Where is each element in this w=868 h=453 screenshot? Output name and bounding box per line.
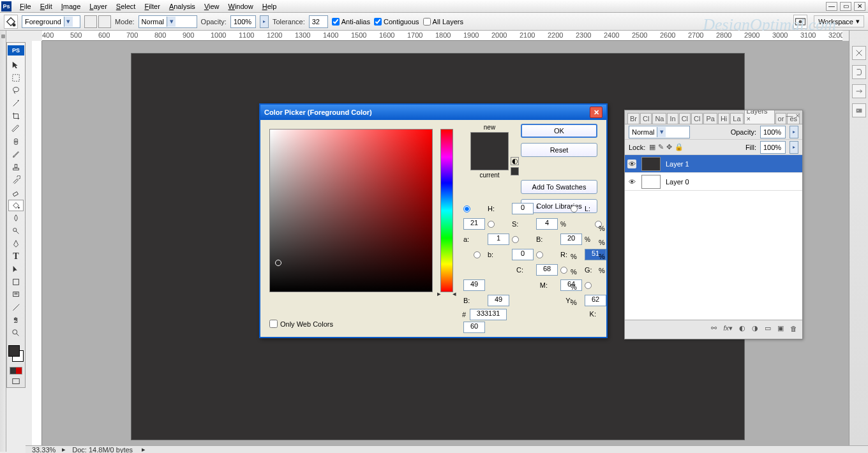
- menu-edit[interactable]: Edit: [36, 1, 57, 11]
- notes-tool[interactable]: [8, 289, 24, 301]
- fill-dropdown[interactable]: Foreground ▾: [22, 15, 80, 28]
- visibility-icon[interactable]: 👁: [627, 177, 636, 186]
- blend-mode-dropdown[interactable]: Normal▾: [629, 126, 690, 138]
- hex-field[interactable]: 333131: [470, 309, 507, 320]
- vertical-ruler[interactable]: [32, 41, 42, 445]
- menu-filter[interactable]: Filter: [140, 1, 164, 11]
- menu-help[interactable]: Help: [258, 1, 281, 11]
- horizontal-ruler[interactable]: 4005006007008009001000110012001300140015…: [42, 31, 842, 41]
- lock-all-icon[interactable]: 🔒: [675, 143, 684, 151]
- slice-tool[interactable]: [8, 123, 24, 135]
- web-colors-checkbox[interactable]: Only Web Colors: [269, 320, 333, 328]
- eraser-tool[interactable]: [8, 187, 24, 198]
- zoom-level[interactable]: 33.33%: [32, 446, 56, 454]
- s-radio[interactable]: [488, 221, 495, 228]
- eyedropper-tool[interactable]: [8, 302, 24, 313]
- new-layer-icon[interactable]: ▣: [777, 324, 784, 332]
- current-color-swatch[interactable]: [471, 151, 508, 170]
- panel-tab[interactable]: Cl: [679, 113, 691, 124]
- lasso-tool[interactable]: [8, 85, 24, 96]
- s-field[interactable]: 4: [536, 218, 558, 230]
- opacity-field[interactable]: 100%: [230, 15, 256, 28]
- panel-close[interactable]: ×: [796, 112, 800, 119]
- panel-icon-2[interactable]: [852, 65, 866, 79]
- dialog-close-button[interactable]: ✕: [590, 107, 602, 118]
- pattern-swatch[interactable]: [84, 15, 111, 28]
- layer-thumbnail[interactable]: [641, 175, 661, 189]
- hue-slider[interactable]: [440, 129, 453, 292]
- wand-tool[interactable]: [8, 98, 24, 109]
- bucket-icon[interactable]: [4, 15, 18, 29]
- shape-tool[interactable]: [8, 276, 24, 288]
- k-field[interactable]: 60: [463, 322, 485, 333]
- layer-row[interactable]: 👁Layer 1: [625, 155, 802, 173]
- menu-view[interactable]: View: [200, 1, 224, 11]
- visibility-icon[interactable]: 👁: [627, 160, 636, 168]
- menu-layer[interactable]: Layer: [85, 1, 112, 11]
- dodge-tool[interactable]: [8, 225, 24, 237]
- add-swatches-button[interactable]: Add To Swatches: [521, 180, 597, 194]
- bb-field[interactable]: 49: [488, 295, 509, 306]
- panel-tab[interactable]: Cl: [640, 113, 652, 124]
- panel-tab[interactable]: La: [730, 113, 743, 124]
- marquee-tool[interactable]: [8, 72, 24, 84]
- screenmode-toggle[interactable]: [8, 376, 24, 387]
- alllayers-checkbox[interactable]: All Layers: [423, 18, 463, 26]
- stamp-tool[interactable]: [8, 161, 24, 173]
- pen-tool[interactable]: [8, 238, 24, 249]
- quickmask-toggle[interactable]: [10, 367, 22, 375]
- saturation-field[interactable]: [269, 129, 433, 292]
- lock-pixels-icon[interactable]: ✎: [658, 143, 664, 151]
- minimize-button[interactable]: —: [826, 2, 837, 11]
- b2-radio[interactable]: [474, 251, 481, 258]
- blur-tool[interactable]: [8, 212, 24, 224]
- c-field[interactable]: 68: [536, 264, 558, 276]
- panel-tab[interactable]: In: [667, 113, 678, 124]
- menu-image[interactable]: Image: [57, 1, 86, 11]
- panel-tab[interactable]: Layers ×: [744, 110, 775, 124]
- brush-tool[interactable]: [8, 149, 24, 160]
- dialog-titlebar[interactable]: Color Picker (Foreground Color) ✕: [260, 105, 606, 120]
- path-select-tool[interactable]: [8, 264, 24, 275]
- close-button[interactable]: ✕: [854, 2, 865, 11]
- r-radio[interactable]: [536, 251, 543, 258]
- panel-tab[interactable]: or: [775, 113, 787, 124]
- trash-icon[interactable]: 🗑: [790, 325, 797, 332]
- l-field[interactable]: 21: [463, 218, 485, 230]
- healing-tool[interactable]: [8, 136, 24, 147]
- bb-radio[interactable]: [585, 282, 592, 289]
- g-field[interactable]: 49: [463, 279, 485, 291]
- fx-icon[interactable]: fx▾: [723, 324, 733, 332]
- h-field[interactable]: 0: [512, 203, 534, 214]
- panel-tab[interactable]: Cl: [691, 113, 703, 124]
- fill-arrow[interactable]: ▸: [789, 141, 798, 154]
- layer-row[interactable]: 👁Layer 0: [625, 173, 802, 191]
- opacity-arrow[interactable]: ▸: [789, 126, 798, 138]
- zoom-tool[interactable]: [8, 327, 24, 339]
- contiguous-checkbox[interactable]: Contiguous: [374, 18, 419, 26]
- b2-field[interactable]: 0: [512, 249, 534, 260]
- reset-button[interactable]: Reset: [521, 143, 597, 157]
- panel-tabs[interactable]: BrClNaInClClPaHiLaLayers ×ores: [625, 110, 802, 124]
- tolerance-field[interactable]: 32: [309, 15, 328, 28]
- color-swatches[interactable]: [7, 344, 25, 363]
- move-tool[interactable]: [8, 59, 24, 71]
- panel-icon-4[interactable]: [852, 103, 866, 117]
- h-radio[interactable]: [463, 205, 470, 212]
- websafe-swatch[interactable]: [511, 167, 519, 175]
- g-radio[interactable]: [560, 267, 567, 274]
- ok-button[interactable]: OK: [521, 124, 597, 138]
- panel-tab[interactable]: Br: [627, 113, 640, 124]
- lock-transparent-icon[interactable]: ▦: [649, 143, 655, 151]
- fill-field[interactable]: 100%: [760, 141, 786, 154]
- a-field[interactable]: 1: [488, 234, 509, 245]
- bucket-tool[interactable]: [8, 200, 24, 211]
- menu-window[interactable]: Window: [224, 1, 258, 11]
- adjustment-icon[interactable]: ◑: [752, 324, 758, 332]
- panel-icon-1[interactable]: [852, 46, 866, 60]
- menu-analysis[interactable]: Analysis: [165, 1, 200, 11]
- type-tool[interactable]: T: [8, 251, 24, 262]
- lock-position-icon[interactable]: ✥: [666, 143, 672, 151]
- group-icon[interactable]: ▭: [765, 324, 771, 332]
- b-radio[interactable]: [512, 236, 519, 243]
